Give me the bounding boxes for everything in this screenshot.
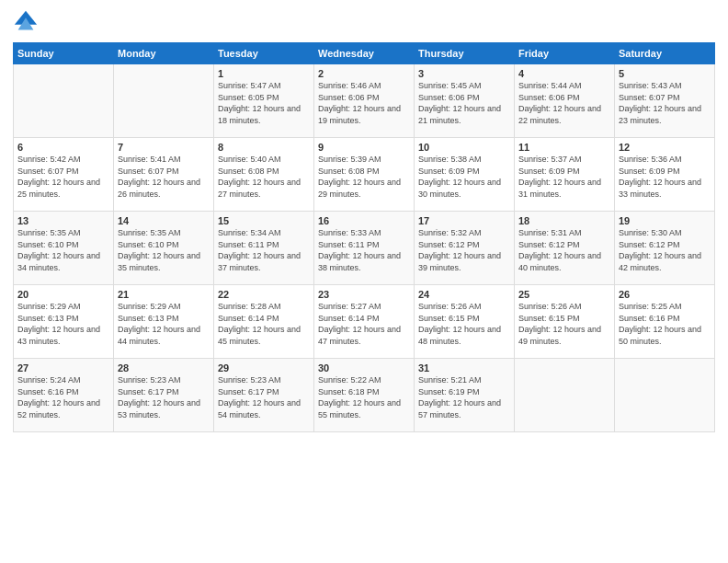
header <box>13 9 715 35</box>
calendar-cell: 3Sunrise: 5:45 AM Sunset: 6:06 PM Daylig… <box>415 64 515 138</box>
day-info: Sunrise: 5:25 AM Sunset: 6:16 PM Dayligh… <box>619 301 711 347</box>
day-info: Sunrise: 5:35 AM Sunset: 6:10 PM Dayligh… <box>118 227 210 273</box>
day-info: Sunrise: 5:24 AM Sunset: 6:16 PM Dayligh… <box>17 374 109 420</box>
calendar-cell: 11Sunrise: 5:37 AM Sunset: 6:09 PM Dayli… <box>515 138 615 212</box>
calendar-cell: 30Sunrise: 5:22 AM Sunset: 6:18 PM Dayli… <box>314 359 415 432</box>
calendar-cell: 2Sunrise: 5:46 AM Sunset: 6:06 PM Daylig… <box>314 64 415 138</box>
day-info: Sunrise: 5:23 AM Sunset: 6:17 PM Dayligh… <box>218 374 310 420</box>
calendar-cell: 7Sunrise: 5:41 AM Sunset: 6:07 PM Daylig… <box>114 138 214 212</box>
day-info: Sunrise: 5:27 AM Sunset: 6:14 PM Dayligh… <box>318 301 410 347</box>
calendar-cell: 14Sunrise: 5:35 AM Sunset: 6:10 PM Dayli… <box>114 212 214 285</box>
calendar-header: Sunday Monday Tuesday Wednesday Thursday… <box>14 43 715 64</box>
logo <box>13 9 42 35</box>
calendar-cell: 26Sunrise: 5:25 AM Sunset: 6:16 PM Dayli… <box>615 285 715 359</box>
logo-icon <box>13 9 39 35</box>
day-info: Sunrise: 5:21 AM Sunset: 6:19 PM Dayligh… <box>418 374 510 420</box>
day-info: Sunrise: 5:43 AM Sunset: 6:07 PM Dayligh… <box>619 80 711 126</box>
day-number: 12 <box>619 142 711 153</box>
calendar-cell <box>114 64 214 138</box>
day-info: Sunrise: 5:28 AM Sunset: 6:14 PM Dayligh… <box>218 301 310 347</box>
calendar-cell: 23Sunrise: 5:27 AM Sunset: 6:14 PM Dayli… <box>314 285 415 359</box>
day-info: Sunrise: 5:38 AM Sunset: 6:09 PM Dayligh… <box>418 154 510 200</box>
day-info: Sunrise: 5:36 AM Sunset: 6:09 PM Dayligh… <box>619 154 711 200</box>
day-info: Sunrise: 5:31 AM Sunset: 6:12 PM Dayligh… <box>518 227 610 273</box>
week-row-5: 27Sunrise: 5:24 AM Sunset: 6:16 PM Dayli… <box>14 359 715 432</box>
day-info: Sunrise: 5:37 AM Sunset: 6:09 PM Dayligh… <box>518 154 610 200</box>
day-info: Sunrise: 5:26 AM Sunset: 6:15 PM Dayligh… <box>518 301 610 347</box>
page: Sunday Monday Tuesday Wednesday Thursday… <box>0 0 728 563</box>
calendar-cell: 27Sunrise: 5:24 AM Sunset: 6:16 PM Dayli… <box>14 359 114 432</box>
calendar-table: Sunday Monday Tuesday Wednesday Thursday… <box>13 42 715 432</box>
day-number: 4 <box>518 68 610 79</box>
day-number: 29 <box>218 362 310 373</box>
calendar-cell: 18Sunrise: 5:31 AM Sunset: 6:12 PM Dayli… <box>515 212 615 285</box>
col-saturday: Saturday <box>615 43 715 64</box>
calendar-cell: 22Sunrise: 5:28 AM Sunset: 6:14 PM Dayli… <box>214 285 314 359</box>
day-info: Sunrise: 5:33 AM Sunset: 6:11 PM Dayligh… <box>318 227 410 273</box>
calendar-cell: 20Sunrise: 5:29 AM Sunset: 6:13 PM Dayli… <box>14 285 114 359</box>
day-info: Sunrise: 5:34 AM Sunset: 6:11 PM Dayligh… <box>218 227 310 273</box>
day-info: Sunrise: 5:29 AM Sunset: 6:13 PM Dayligh… <box>118 301 210 347</box>
day-number: 23 <box>318 289 410 300</box>
calendar-cell: 1Sunrise: 5:47 AM Sunset: 6:05 PM Daylig… <box>214 64 314 138</box>
col-friday: Friday <box>515 43 615 64</box>
day-info: Sunrise: 5:41 AM Sunset: 6:07 PM Dayligh… <box>118 154 210 200</box>
day-info: Sunrise: 5:40 AM Sunset: 6:08 PM Dayligh… <box>218 154 310 200</box>
calendar-cell: 19Sunrise: 5:30 AM Sunset: 6:12 PM Dayli… <box>615 212 715 285</box>
calendar-cell: 9Sunrise: 5:39 AM Sunset: 6:08 PM Daylig… <box>314 138 415 212</box>
calendar-cell <box>615 359 715 432</box>
day-number: 31 <box>418 362 510 373</box>
calendar-cell: 24Sunrise: 5:26 AM Sunset: 6:15 PM Dayli… <box>415 285 515 359</box>
calendar-cell <box>515 359 615 432</box>
day-info: Sunrise: 5:46 AM Sunset: 6:06 PM Dayligh… <box>318 80 410 126</box>
col-wednesday: Wednesday <box>314 43 415 64</box>
week-row-4: 20Sunrise: 5:29 AM Sunset: 6:13 PM Dayli… <box>14 285 715 359</box>
day-number: 19 <box>619 215 711 226</box>
col-sunday: Sunday <box>14 43 114 64</box>
calendar-cell: 15Sunrise: 5:34 AM Sunset: 6:11 PM Dayli… <box>214 212 314 285</box>
day-number: 16 <box>318 215 410 226</box>
header-row: Sunday Monday Tuesday Wednesday Thursday… <box>14 43 715 64</box>
day-number: 13 <box>17 215 109 226</box>
calendar-cell: 6Sunrise: 5:42 AM Sunset: 6:07 PM Daylig… <box>14 138 114 212</box>
day-number: 6 <box>17 142 109 153</box>
day-info: Sunrise: 5:30 AM Sunset: 6:12 PM Dayligh… <box>619 227 711 273</box>
week-row-1: 1Sunrise: 5:47 AM Sunset: 6:05 PM Daylig… <box>14 64 715 138</box>
calendar-cell: 17Sunrise: 5:32 AM Sunset: 6:12 PM Dayli… <box>415 212 515 285</box>
col-tuesday: Tuesday <box>214 43 314 64</box>
day-number: 18 <box>518 215 610 226</box>
col-monday: Monday <box>114 43 214 64</box>
calendar-cell: 12Sunrise: 5:36 AM Sunset: 6:09 PM Dayli… <box>615 138 715 212</box>
calendar-cell: 25Sunrise: 5:26 AM Sunset: 6:15 PM Dayli… <box>515 285 615 359</box>
calendar-cell: 4Sunrise: 5:44 AM Sunset: 6:06 PM Daylig… <box>515 64 615 138</box>
day-number: 14 <box>118 215 210 226</box>
day-info: Sunrise: 5:22 AM Sunset: 6:18 PM Dayligh… <box>318 374 410 420</box>
calendar-cell: 29Sunrise: 5:23 AM Sunset: 6:17 PM Dayli… <box>214 359 314 432</box>
day-info: Sunrise: 5:26 AM Sunset: 6:15 PM Dayligh… <box>418 301 510 347</box>
day-number: 9 <box>318 142 410 153</box>
day-info: Sunrise: 5:45 AM Sunset: 6:06 PM Dayligh… <box>418 80 510 126</box>
day-info: Sunrise: 5:32 AM Sunset: 6:12 PM Dayligh… <box>418 227 510 273</box>
calendar-cell: 13Sunrise: 5:35 AM Sunset: 6:10 PM Dayli… <box>14 212 114 285</box>
calendar-cell: 10Sunrise: 5:38 AM Sunset: 6:09 PM Dayli… <box>415 138 515 212</box>
calendar-cell: 8Sunrise: 5:40 AM Sunset: 6:08 PM Daylig… <box>214 138 314 212</box>
day-info: Sunrise: 5:47 AM Sunset: 6:05 PM Dayligh… <box>218 80 310 126</box>
day-number: 8 <box>218 142 310 153</box>
day-number: 11 <box>518 142 610 153</box>
day-info: Sunrise: 5:29 AM Sunset: 6:13 PM Dayligh… <box>17 301 109 347</box>
day-number: 3 <box>418 68 510 79</box>
calendar-cell: 16Sunrise: 5:33 AM Sunset: 6:11 PM Dayli… <box>314 212 415 285</box>
day-number: 2 <box>318 68 410 79</box>
day-number: 5 <box>619 68 711 79</box>
day-info: Sunrise: 5:23 AM Sunset: 6:17 PM Dayligh… <box>118 374 210 420</box>
day-info: Sunrise: 5:39 AM Sunset: 6:08 PM Dayligh… <box>318 154 410 200</box>
week-row-2: 6Sunrise: 5:42 AM Sunset: 6:07 PM Daylig… <box>14 138 715 212</box>
calendar-cell <box>14 64 114 138</box>
day-number: 22 <box>218 289 310 300</box>
day-number: 30 <box>318 362 410 373</box>
calendar-body: 1Sunrise: 5:47 AM Sunset: 6:05 PM Daylig… <box>14 64 715 432</box>
day-number: 27 <box>17 362 109 373</box>
day-number: 21 <box>118 289 210 300</box>
day-number: 17 <box>418 215 510 226</box>
day-info: Sunrise: 5:44 AM Sunset: 6:06 PM Dayligh… <box>518 80 610 126</box>
